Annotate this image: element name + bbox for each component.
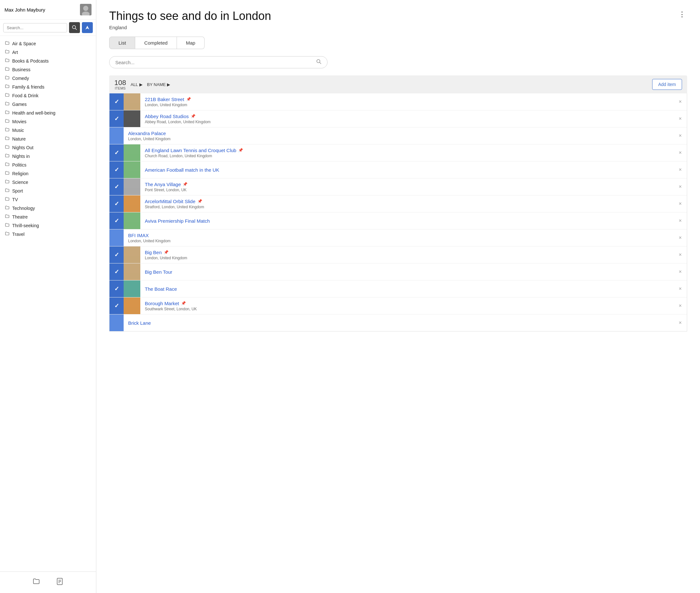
sidebar-nav-item[interactable]: Travel [0,230,96,238]
item-count: 108 [114,79,126,87]
list-header: 108 ITEMS ALL ▶ BY NAME ▶ Add item [109,75,687,93]
item-name[interactable]: Alexandra Palace [128,130,669,136]
sidebar-nav-item[interactable]: Religion [0,169,96,178]
sidebar-header: Max John Maybury [0,0,96,19]
item-checkbox[interactable] [110,93,124,110]
item-remove-button[interactable]: × [674,95,687,108]
item-remove-button[interactable]: × [674,181,687,193]
folder-icon [5,205,10,211]
item-remove-button[interactable]: × [674,300,687,312]
item-remove-button[interactable]: × [674,215,687,227]
item-remove-button[interactable]: × [674,147,687,159]
filter-all-button[interactable]: ALL ▶ [131,82,143,87]
item-name[interactable]: Borough Market📌 [145,301,669,306]
tab-list[interactable]: List [109,37,135,49]
folder-icon [5,119,10,124]
item-name[interactable]: The Boat Race [145,286,669,292]
sidebar-location-button[interactable] [82,22,93,33]
item-name[interactable]: All England Lawn Tennis and Croquet Club… [145,148,669,153]
list-item: Big Ben Tour× [110,264,687,280]
sidebar-nav-item[interactable]: Air & Space [0,39,96,48]
item-remove-button[interactable]: × [674,317,687,329]
list-item: Brick Lane× [110,314,687,331]
item-name[interactable]: The Anya Village📌 [145,182,669,187]
item-name[interactable]: American Football match in the UK [145,167,669,173]
sidebar-nav-item[interactable]: Games [0,100,96,109]
item-remove-button[interactable]: × [674,249,687,261]
item-location: London, United Kingdom [145,256,669,260]
item-remove-button[interactable]: × [674,283,687,295]
sidebar-nav-item[interactable]: Politics [0,160,96,169]
item-checkbox[interactable] [110,229,124,246]
sidebar-search-input[interactable] [3,23,67,32]
item-checkbox[interactable] [110,264,124,280]
more-options-button[interactable]: ⋮ [677,9,687,20]
sidebar-nav-item[interactable]: Technology [0,204,96,212]
item-info: BFI IMAXLondon, United Kingdom [124,230,674,246]
svg-rect-29 [127,200,137,207]
item-name[interactable]: Brick Lane [128,320,669,326]
item-name[interactable]: Big Ben📌 [145,250,669,255]
item-remove-button[interactable]: × [674,130,687,142]
sidebar-nav-item[interactable]: Nights Out [0,143,96,152]
svg-line-4 [75,29,77,30]
sidebar-nav-item[interactable]: Art [0,48,96,56]
sidebar-nav-item[interactable]: Comedy [0,74,96,82]
item-remove-button[interactable]: × [674,198,687,210]
folder-icon [5,110,10,116]
item-remove-button[interactable]: × [674,232,687,244]
sidebar-nav-item[interactable]: Thrill-seeking [0,221,96,230]
sidebar-search-section [0,19,96,36]
sidebar-nav-item[interactable]: Business [0,65,96,74]
document-button[interactable] [54,576,65,589]
main-header: Things to see and do in London England ⋮ [109,9,687,30]
item-name[interactable]: Aviva Premiership Final Match [145,218,669,224]
item-thumbnail [124,110,140,127]
sidebar-nav-item[interactable]: Food & Drink [0,91,96,100]
sidebar-nav-item[interactable]: Sport [0,187,96,195]
tab-completed[interactable]: Completed [135,37,177,49]
item-checkbox[interactable] [110,195,124,212]
item-name[interactable]: ArcelorMittal Orbit Slide📌 [145,199,669,204]
item-checkbox[interactable] [110,298,124,314]
item-name[interactable]: 221B Baker Street📌 [145,96,669,102]
item-checkbox[interactable] [110,280,124,297]
item-checkbox[interactable] [110,314,124,331]
tab-map[interactable]: Map [177,37,205,49]
item-name[interactable]: Big Ben Tour [145,269,669,275]
sidebar-search-button[interactable] [69,22,80,33]
sidebar-nav-item[interactable]: Nature [0,134,96,143]
sidebar-nav-item[interactable]: Music [0,126,96,134]
item-remove-button[interactable]: × [674,164,687,176]
sidebar-nav-item[interactable]: Family & friends [0,82,96,91]
item-remove-button[interactable]: × [674,266,687,278]
item-remove-button[interactable]: × [674,113,687,125]
folder-icon [5,127,10,133]
item-checkbox[interactable] [110,246,124,263]
add-item-button[interactable]: Add item [652,79,682,90]
item-name[interactable]: Abbey Road Studios📌 [145,114,669,119]
svg-marker-5 [85,26,89,30]
sidebar-nav-item[interactable]: Nights in [0,152,96,160]
item-checkbox[interactable] [110,161,124,178]
filter-by-name-button[interactable]: BY NAME ▶ [147,82,170,87]
sidebar-nav-item[interactable]: Health and well-being [0,109,96,117]
sidebar-nav-item[interactable]: Books & Podcasts [0,56,96,65]
item-info: The Anya Village📌Pont Street, London, UK [140,179,674,195]
item-checkbox[interactable] [110,145,124,161]
item-checkbox[interactable] [110,127,124,144]
item-checkbox[interactable] [110,212,124,229]
folder-button[interactable] [32,576,42,589]
sidebar-nav-item[interactable]: Movies [0,117,96,126]
sidebar-nav-item[interactable]: Theatre [0,212,96,221]
user-name: Max John Maybury [4,7,77,12]
folder-icon [5,102,10,107]
list-search-input[interactable] [115,60,316,65]
item-checkbox[interactable] [110,179,124,195]
item-name[interactable]: BFI IMAX [128,233,669,238]
sidebar-nav-item[interactable]: Science [0,178,96,187]
item-location: London, United Kingdom [128,137,669,141]
sidebar-nav-item[interactable]: TV [0,195,96,204]
item-checkbox[interactable] [110,110,124,127]
list-item: Alexandra PalaceLondon, United Kingdom× [110,127,687,145]
